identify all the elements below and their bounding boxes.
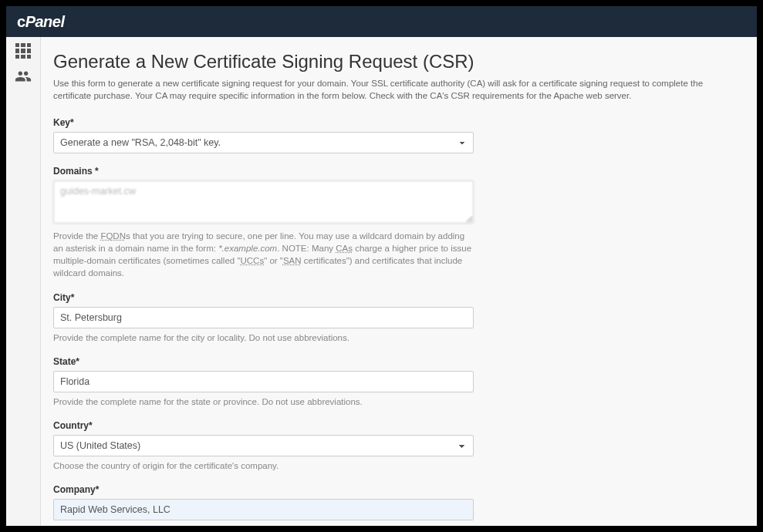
country-select[interactable]: US (United States) [53, 435, 474, 456]
city-help: Provide the complete name for the city o… [53, 332, 474, 344]
state-help: Provide the complete name for the state … [53, 396, 474, 408]
domains-label: Domains * [53, 166, 741, 177]
key-select[interactable]: Generate a new "RSA, 2,048-bit" key. [53, 132, 474, 153]
country-label: Country* [53, 420, 741, 431]
key-label: Key* [53, 117, 741, 128]
company-label: Company* [53, 484, 741, 495]
company-help: Provide the legally-registered name for … [53, 524, 474, 526]
country-help: Choose the country of origin for the cer… [53, 460, 474, 472]
page-intro: Use this form to generate a new certific… [53, 77, 741, 102]
state-label: State* [53, 356, 741, 367]
main-content: Generate a New Certificate Signing Reque… [41, 37, 757, 526]
company-input[interactable] [53, 499, 474, 520]
cpanel-logo: cPanel [17, 13, 64, 31]
city-label: City* [53, 292, 741, 303]
domains-textarea[interactable]: guides-market.cw [53, 180, 474, 224]
domains-help: Provide the FQDNs that you are trying to… [53, 230, 474, 279]
app-header: cPanel [6, 6, 757, 37]
users-icon[interactable] [15, 68, 32, 88]
page-title: Generate a New Certificate Signing Reque… [53, 51, 741, 72]
state-input[interactable] [53, 371, 474, 392]
apps-grid-icon[interactable] [15, 43, 31, 59]
city-input[interactable] [53, 307, 474, 328]
sidebar [6, 37, 41, 526]
